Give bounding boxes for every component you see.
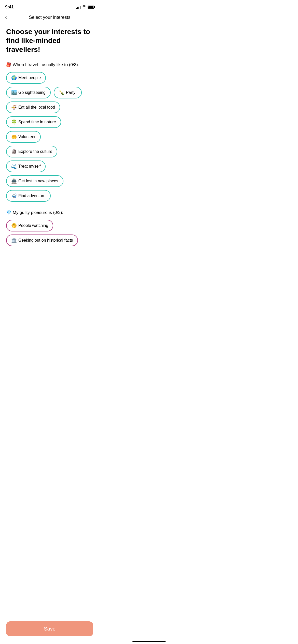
- chip-volunteer[interactable]: 🤲 Volunteer: [6, 131, 41, 143]
- chip-meet-people-label: Meet people: [18, 76, 41, 80]
- spend-time-nature-emoji: 🍀: [11, 119, 17, 125]
- chip-get-lost-label: Get lost in new places: [18, 179, 58, 183]
- travel-interests-section: 🎒 When I travel I usually like to (0/3):…: [6, 62, 93, 202]
- chip-find-adventure-label: Find adventure: [18, 194, 46, 198]
- section1-label: 🎒 When I travel I usually like to (0/3):: [6, 62, 93, 67]
- find-adventure-emoji: 🤿: [11, 193, 17, 199]
- chip-spend-time-nature[interactable]: 🍀 Spend time in nature: [6, 116, 61, 128]
- chip-meet-people[interactable]: 🌍 Meet people: [6, 72, 46, 84]
- volunteer-emoji: 🤲: [11, 134, 17, 140]
- chip-go-sightseeing[interactable]: 🏙️ Go sightseeing: [6, 87, 51, 98]
- chip-spend-time-nature-label: Spend time in nature: [18, 120, 56, 124]
- chip-explore-culture[interactable]: 🗿 Explore the culture: [6, 146, 57, 157]
- section2-label: 💎 My guilty pleasure is (0/3):: [6, 210, 93, 215]
- chip-historical-facts-label: Geeking out on historical facts: [18, 238, 73, 243]
- chip-get-lost[interactable]: 🏯 Get lost in new places: [6, 175, 63, 187]
- chip-people-watching-label: People watching: [18, 223, 48, 228]
- chip-treat-myself[interactable]: 🌊 Treat myself: [6, 160, 46, 172]
- explore-culture-emoji: 🗿: [11, 149, 17, 154]
- wifi-icon: [82, 5, 86, 9]
- status-bar: 9:41: [0, 0, 99, 13]
- go-sightseeing-emoji: 🏙️: [11, 90, 17, 95]
- chip-volunteer-label: Volunteer: [18, 135, 36, 139]
- battery-icon: [88, 6, 94, 9]
- chip-treat-myself-label: Treat myself: [18, 164, 40, 169]
- get-lost-emoji: 🏯: [11, 178, 17, 184]
- eat-local-food-emoji: 🍜: [11, 105, 17, 110]
- page-heading: Choose your interests to find like-minde…: [6, 27, 93, 54]
- people-watching-emoji: 🤭: [11, 223, 17, 228]
- chip-find-adventure[interactable]: 🤿 Find adventure: [6, 190, 51, 202]
- chip-eat-local-food-label: Eat all the local food: [18, 105, 55, 110]
- historical-facts-emoji: 🏛️: [11, 238, 17, 243]
- chip-party[interactable]: 🍾 Party!: [54, 87, 82, 98]
- chip-explore-culture-label: Explore the culture: [18, 149, 52, 154]
- chip-go-sightseeing-label: Go sightseeing: [18, 90, 46, 95]
- treat-myself-emoji: 🌊: [11, 164, 17, 169]
- main-content: Choose your interests to find like-minde…: [0, 23, 99, 285]
- status-icons: [76, 5, 94, 9]
- status-time: 9:41: [5, 5, 14, 10]
- chip-people-watching[interactable]: 🤭 People watching: [6, 220, 53, 231]
- meet-people-emoji: 🌍: [11, 75, 17, 81]
- chip-party-label: Party!: [66, 90, 77, 95]
- chip-eat-local-food[interactable]: 🍜 Eat all the local food: [6, 101, 60, 113]
- section2-chips: 🤭 People watching 🏛️ Geeking out on hist…: [6, 220, 93, 246]
- chip-historical-facts[interactable]: 🏛️ Geeking out on historical facts: [6, 235, 78, 246]
- signal-icon: [76, 5, 80, 9]
- nav-title: Select your interests: [29, 15, 70, 20]
- party-emoji: 🍾: [59, 90, 64, 95]
- nav-bar: ‹ Select your interests: [0, 13, 99, 23]
- section1-chips: 🌍 Meet people 🏙️ Go sightseeing 🍾 Party!…: [6, 72, 93, 202]
- back-button[interactable]: ‹: [5, 15, 7, 20]
- guilty-pleasure-section: 💎 My guilty pleasure is (0/3): 🤭 People …: [6, 210, 93, 246]
